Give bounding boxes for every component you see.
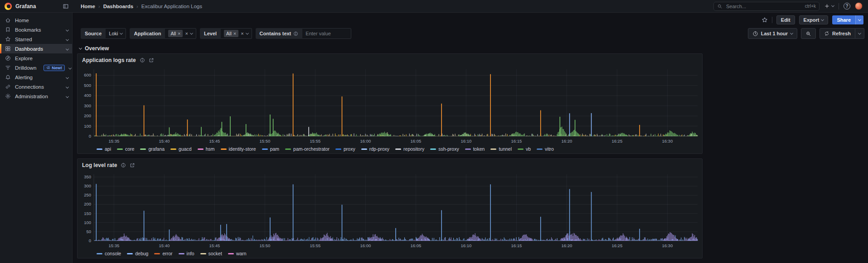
bell-icon xyxy=(5,74,11,80)
legend-item-proxy[interactable]: proxy xyxy=(335,146,355,152)
svg-text:16:05: 16:05 xyxy=(410,139,421,143)
share-dropdown-toggle[interactable] xyxy=(855,15,863,24)
sidebar-item-starred[interactable]: Starred xyxy=(0,34,72,44)
level-select[interactable]: All × × xyxy=(221,28,252,39)
svg-text:15:35: 15:35 xyxy=(108,243,119,248)
source-select[interactable]: Loki xyxy=(106,28,126,39)
sidebar-toggle-icon[interactable] xyxy=(63,3,69,10)
time-range-picker[interactable]: Last 1 hour xyxy=(748,28,797,39)
application-select[interactable]: All × × xyxy=(165,28,196,39)
sidebar-item-alerting[interactable]: Alerting xyxy=(0,72,72,82)
sidebar-item-administration[interactable]: Administration xyxy=(0,91,72,101)
edit-button[interactable]: Edit xyxy=(776,15,795,24)
share-button[interactable]: Share xyxy=(832,15,863,24)
legend-swatch xyxy=(127,253,133,254)
svg-text:250: 250 xyxy=(84,192,91,197)
legend-item-repository[interactable]: repository xyxy=(395,146,424,152)
grafana-logo-icon[interactable] xyxy=(5,3,12,10)
legend-item-core[interactable]: core xyxy=(117,146,134,152)
info-icon[interactable] xyxy=(140,57,145,63)
star-icon[interactable] xyxy=(761,17,768,23)
search-icon xyxy=(717,4,723,9)
svg-text:15:35: 15:35 xyxy=(108,139,119,143)
refresh-button[interactable]: Refresh xyxy=(820,28,855,39)
legend-item-warn[interactable]: warn xyxy=(228,251,247,256)
legend-item-info[interactable]: info xyxy=(179,251,194,256)
legend-item-ssh-proxy[interactable]: ssh-proxy xyxy=(430,146,459,152)
contains-text-input[interactable] xyxy=(302,28,351,39)
info-icon[interactable] xyxy=(121,163,126,168)
close-icon[interactable]: × xyxy=(233,31,236,36)
close-icon[interactable]: × xyxy=(178,31,180,36)
external-link-icon[interactable] xyxy=(149,57,154,63)
legend-item-rdp-proxy[interactable]: rdp-proxy xyxy=(361,146,389,152)
legend-item-api[interactable]: api xyxy=(97,146,111,152)
panel-title[interactable]: Log level rate xyxy=(82,162,117,168)
sidebar-item-connections[interactable]: Connections xyxy=(0,82,72,91)
search-shortcut: ctrl+k xyxy=(805,4,816,9)
legend-item-vb[interactable]: vb xyxy=(518,146,531,152)
contains-text-label: Contains text xyxy=(256,28,303,39)
source-value: Loki xyxy=(109,31,118,36)
search-box[interactable]: ctrl+k xyxy=(713,2,820,11)
zoom-out-button[interactable] xyxy=(801,28,816,39)
filter-level: Level All × × xyxy=(200,28,252,39)
external-link-icon[interactable] xyxy=(130,163,135,168)
legend-item-console[interactable]: console xyxy=(97,251,121,256)
application-all-chip[interactable]: All × xyxy=(168,30,183,37)
svg-text:16:00: 16:00 xyxy=(360,243,371,248)
search-input[interactable] xyxy=(725,3,802,10)
legend-item-pam-orchestrator[interactable]: pam-orchestrator xyxy=(285,146,330,152)
legend-item-token[interactable]: token xyxy=(465,146,485,152)
sidebar-item-explore[interactable]: Explore xyxy=(0,53,72,63)
refresh-interval-dropdown[interactable] xyxy=(855,28,864,39)
chevron-down-icon xyxy=(66,84,68,90)
sidebar-item-label: Dashboards xyxy=(15,46,43,52)
legend-item-guacd[interactable]: guacd xyxy=(170,146,192,152)
svg-text:16:00: 16:00 xyxy=(360,139,371,143)
sidebar-item-dashboards[interactable]: Dashboards xyxy=(0,44,72,53)
clear-icon[interactable]: × xyxy=(185,31,188,36)
clear-icon[interactable]: × xyxy=(241,31,243,36)
source-filter-label: Source xyxy=(81,28,106,39)
legend-item-debug[interactable]: debug xyxy=(127,251,148,256)
legend-item-vitro[interactable]: vitro xyxy=(537,146,554,152)
level-all-chip[interactable]: All × xyxy=(224,30,238,37)
legend-item-hsm[interactable]: hsm xyxy=(198,146,215,152)
export-button[interactable]: Export xyxy=(799,15,829,24)
add-new-button[interactable] xyxy=(824,3,834,9)
megaphone-icon xyxy=(46,66,50,70)
breadcrumb-dashboards[interactable]: Dashboards xyxy=(103,4,133,9)
legend-label: repository xyxy=(403,146,424,152)
help-icon[interactable]: ? xyxy=(844,3,850,10)
legend-item-pam[interactable]: pam xyxy=(262,146,279,152)
brand-title: Grafana xyxy=(15,3,36,10)
legend-item-tunnel[interactable]: tunnel xyxy=(490,146,512,152)
sidebar-item-home[interactable]: Home xyxy=(0,15,72,25)
refresh-label: Refresh xyxy=(832,31,851,36)
legend-item-grafana[interactable]: grafana xyxy=(140,146,165,152)
chevron-down-icon xyxy=(831,4,834,7)
legend-swatch xyxy=(335,148,341,150)
chevron-down-icon xyxy=(66,27,68,33)
info-icon[interactable] xyxy=(293,31,298,36)
application-logs-rate-chart[interactable]: 15:3515:4015:4515:5015:5516:0016:0516:10… xyxy=(78,67,702,144)
time-range-label: Last 1 hour xyxy=(761,31,788,36)
legend-item-socket[interactable]: socket xyxy=(200,251,222,256)
svg-text:200: 200 xyxy=(84,201,91,206)
legend-swatch xyxy=(228,253,234,254)
section-overview[interactable]: Overview xyxy=(79,45,109,52)
sidebar-item-bookmarks[interactable]: Bookmarks xyxy=(0,25,72,34)
legend-item-identity-store[interactable]: identity-store xyxy=(221,146,256,152)
breadcrumb-home[interactable]: Home xyxy=(81,4,95,9)
sidebar-item-drilldown[interactable]: DrilldownNew! xyxy=(0,63,72,72)
legend-swatch xyxy=(117,148,123,150)
panel-title[interactable]: Application logs rate xyxy=(82,57,136,63)
breadcrumb-separator-icon: › xyxy=(98,4,100,9)
divider xyxy=(772,17,772,23)
share-label[interactable]: Share xyxy=(832,15,855,24)
log-level-rate-chart[interactable]: 15:3515:4015:4515:5015:5516:0016:0516:10… xyxy=(78,172,702,249)
legend-item-error[interactable]: error xyxy=(154,251,172,256)
legend-label: vitro xyxy=(545,146,554,152)
avatar[interactable] xyxy=(855,2,863,10)
